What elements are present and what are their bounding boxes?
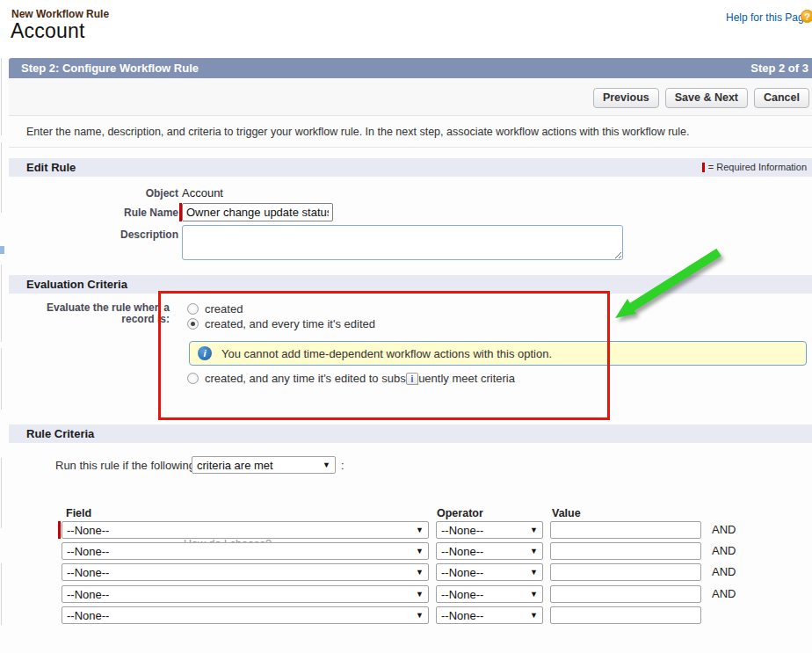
operator-select-5[interactable]: --None--▼ — [436, 606, 543, 624]
description-label: Description — [47, 229, 178, 241]
field-select-2[interactable]: --None--▼ — [62, 542, 429, 560]
operator-select-4[interactable]: --None--▼ — [436, 585, 543, 603]
info-circle-icon: i — [198, 346, 212, 360]
radio-created-every-time-edited[interactable] — [187, 318, 199, 330]
dropdown-arrow-icon: ▼ — [416, 547, 424, 555]
collapsed-sidebar-strip — [0, 58, 9, 653]
page-title: Account — [11, 19, 85, 43]
dropdown-arrow-icon: ▼ — [530, 568, 538, 577]
field-select-5[interactable]: --None--▼ — [62, 606, 429, 624]
dropdown-arrow-icon: ▼ — [416, 526, 424, 534]
warning-text: You cannot add time-dependent workflow a… — [221, 347, 552, 360]
step-title: Step 2: Configure Workflow Rule — [21, 62, 199, 75]
help-question-icon[interactable]: ? — [801, 10, 812, 23]
field-column-header: Field — [66, 507, 91, 519]
edit-rule-section-header: Edit Rule = Required Information — [9, 158, 812, 177]
field-select-3[interactable]: --None--▼ — [62, 563, 429, 581]
instruction-band: Enter the name, description, and criteri… — [9, 115, 812, 148]
save-and-next-button[interactable]: Save & Next — [665, 88, 748, 108]
dropdown-arrow-icon: ▼ — [530, 611, 538, 620]
workflow-rule-wizard-page: New Workflow Rule Account Help for this … — [0, 0, 812, 653]
help-for-this-page-link[interactable]: Help for this Page — [726, 11, 809, 24]
radio-created-subsequently-meet[interactable] — [187, 373, 199, 384]
dropdown-arrow-icon: ▼ — [416, 611, 424, 620]
dropdown-arrow-icon: ▼ — [530, 547, 538, 555]
field-select-4[interactable]: --None--▼ — [62, 585, 429, 603]
and-label-3: AND — [712, 565, 736, 578]
criteria-mode-select[interactable]: criteria are met ▼ — [192, 456, 336, 474]
and-label-4: AND — [712, 587, 736, 600]
rule-name-input[interactable] — [182, 203, 333, 221]
operator-column-header: Operator — [437, 507, 483, 519]
value-input-5[interactable] — [550, 606, 701, 624]
radio-created[interactable] — [187, 303, 199, 315]
main-panel: Edit Rule = Required Information Object … — [9, 148, 812, 653]
operator-select-3[interactable]: --None--▼ — [436, 563, 543, 581]
dropdown-arrow-icon: ▼ — [323, 461, 330, 469]
required-bar-icon — [702, 163, 705, 172]
dropdown-arrow-icon: ▼ — [416, 568, 424, 577]
dropdown-arrow-icon: ▼ — [530, 590, 538, 599]
value-input-1[interactable] — [550, 521, 701, 539]
radio-subsequently-meet-label: created, and any time it's edited to sub… — [205, 372, 515, 385]
option-info-icon[interactable]: i — [406, 373, 418, 385]
wizard-toolbar: Previous Save & Next Cancel — [9, 78, 812, 115]
operator-select-1[interactable]: --None--▼ — [436, 521, 543, 539]
run-rule-label: Run this rule if the following — [55, 459, 195, 472]
and-label-1: AND — [712, 523, 736, 536]
dropdown-arrow-icon: ▼ — [416, 590, 424, 599]
field-select-1[interactable]: --None--▼ — [62, 521, 429, 539]
rule-criteria-section-header: Rule Criteria — [9, 424, 812, 443]
description-textarea[interactable] — [182, 225, 623, 260]
cancel-button[interactable]: Cancel — [754, 88, 809, 108]
sidebar-fragment-icon — [0, 246, 4, 254]
rule-name-label: Rule Name — [47, 207, 178, 219]
value-input-4[interactable] — [550, 585, 701, 603]
breadcrumb: New Workflow Rule — [11, 8, 109, 20]
evaluation-criteria-section-header: Evaluation Criteria — [9, 275, 812, 294]
and-label-2: AND — [712, 544, 736, 557]
rule-criteria-title: Rule Criteria — [26, 427, 94, 440]
value-input-3[interactable] — [550, 563, 701, 581]
object-label: Object — [47, 187, 178, 200]
time-dependent-warning-box: i You cannot add time-dependent workflow… — [189, 341, 807, 366]
evaluate-when-label-line2: record is: — [38, 313, 170, 325]
colon-text: : — [341, 459, 344, 472]
step-header-bar: Step 2: Configure Workflow Rule Step 2 o… — [9, 58, 812, 78]
evaluation-criteria-title: Evaluation Criteria — [26, 278, 127, 291]
required-legend: = Required Information — [702, 162, 807, 172]
object-value: Account — [182, 186, 223, 200]
value-column-header: Value — [552, 507, 581, 519]
radio-created-label: created — [205, 302, 243, 316]
evaluate-when-label-line1: Evaluate the rule when a — [38, 301, 170, 314]
value-input-2[interactable] — [550, 542, 701, 560]
instruction-text: Enter the name, description, and criteri… — [26, 126, 690, 138]
field-required-bar — [58, 521, 61, 539]
radio-created-every-time-label: created, and every time it's edited — [205, 317, 375, 330]
edit-rule-title: Edit Rule — [26, 161, 76, 174]
operator-select-2[interactable]: --None--▼ — [436, 542, 543, 560]
dropdown-arrow-icon: ▼ — [530, 526, 538, 534]
step-progress: Step 2 of 3 — [750, 62, 808, 75]
previous-button[interactable]: Previous — [593, 88, 659, 108]
